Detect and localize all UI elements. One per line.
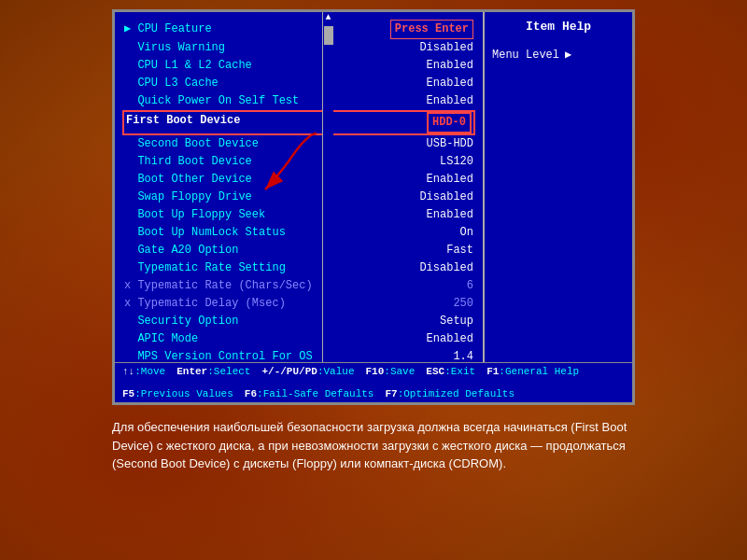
second-boot-device-value: USB-HDD (427, 135, 473, 153)
table-row[interactable]: Boot Up NumLock Status On (124, 224, 473, 242)
row-value: 1.4 (453, 348, 473, 366)
table-row[interactable]: CPU L3 Cache Enabled (124, 75, 473, 92)
table-row[interactable]: Swap Floppy Drive Disabled (124, 189, 473, 206)
row-label: x Typematic Rate (Chars/Sec) (124, 277, 313, 295)
row-value: Enabled (427, 171, 473, 189)
row-value: 250 (453, 295, 473, 313)
menu-level-arrow-icon: ▶ (565, 48, 571, 62)
footer-f5: F5:Previous Values (122, 388, 233, 399)
table-row[interactable]: Quick Power On Self Test Enabled (124, 92, 473, 110)
row-label: Third Boot Device (124, 153, 252, 171)
row-value: Disabled (419, 189, 473, 206)
table-row[interactable]: APIC Mode Enabled (124, 330, 473, 348)
scrollbar[interactable]: ▲ (322, 12, 333, 362)
table-row[interactable]: CPU L1 & L2 Cache Enabled (124, 57, 473, 75)
footer-f7: F7:Optimized Defaults (385, 388, 514, 399)
bios-screen: ▶ CPU Feature Press Enter Virus Warning … (112, 9, 635, 405)
row-value: Enabled (427, 57, 473, 75)
row-label: ▶ CPU Feature (124, 20, 212, 39)
row-label: Gate A20 Option (124, 242, 238, 259)
row-value: Enabled (427, 206, 473, 224)
table-row[interactable]: Boot Other Device Enabled (124, 171, 473, 189)
row-label: Typematic Rate Setting (124, 259, 286, 277)
footer-f10: F10:Save (365, 366, 415, 377)
first-boot-device-label: First Boot Device (126, 112, 240, 133)
menu-level: Menu Level ▶ (492, 48, 625, 62)
bios-main-panel: ▶ CPU Feature Press Enter Virus Warning … (115, 12, 483, 362)
footer-f1: F1:General Help (486, 366, 579, 377)
table-row[interactable]: Gate A20 Option Fast (124, 242, 473, 259)
table-row[interactable]: Boot Up Floppy Seek Enabled (124, 206, 473, 224)
row-label: Swap Floppy Drive (124, 189, 252, 206)
row-label: CPU L3 Cache (124, 75, 218, 92)
description-content: Для обеспечения наибольшей безопасности … (112, 420, 627, 470)
scroll-up-button[interactable]: ▲ (325, 12, 331, 22)
table-row[interactable]: Third Boot Device LS120 (124, 153, 473, 171)
table-row[interactable]: MPS Version Control For OS 1.4 (124, 348, 473, 366)
footer-value: +/-/PU/PD:Value (261, 366, 354, 377)
footer-f6: F6:Fail-Safe Defaults (245, 388, 374, 399)
table-row[interactable]: Typematic Rate Setting Disabled (124, 259, 473, 277)
item-help-title: Item Help (492, 20, 625, 34)
scroll-thumb[interactable] (324, 26, 333, 45)
bios-footer: ↑↓:Move Enter:Select +/-/PU/PD:Value F10… (115, 362, 632, 402)
table-row[interactable]: Second Boot Device USB-HDD (124, 135, 473, 153)
row-value: LS120 (440, 153, 473, 171)
row-value: Fast (446, 242, 473, 259)
row-value: Enabled (427, 75, 473, 92)
item-help-panel: Item Help Menu Level ▶ (483, 12, 632, 362)
first-boot-device-row[interactable]: First Boot Device HDD-0 (122, 110, 475, 135)
main-container: ▶ CPU Feature Press Enter Virus Warning … (56, 9, 691, 473)
row-value: Disabled (419, 259, 473, 277)
row-value: 6 (467, 277, 473, 295)
footer-esc: ESC:Exit (426, 366, 475, 377)
row-value: Press Enter (390, 20, 473, 39)
row-value: On (460, 224, 473, 242)
table-row[interactable]: Security Option Setup (124, 313, 473, 330)
table-row[interactable]: x Typematic Delay (Msec) 250 (124, 295, 473, 313)
row-label: MPS Version Control For OS (124, 348, 313, 366)
row-label: Boot Up NumLock Status (124, 224, 286, 242)
boot-other-device-label: Boot Other Device (124, 171, 252, 189)
footer-move: ↑↓:Move (122, 366, 165, 377)
row-value: Enabled (427, 92, 473, 110)
second-boot-device-label: Second Boot Device (124, 135, 259, 153)
row-value: Disabled (419, 39, 473, 57)
table-row[interactable]: Virus Warning Disabled (124, 39, 473, 57)
description-text: Для обеспечения наибольшей безопасности … (112, 418, 635, 473)
row-value: Setup (440, 313, 473, 330)
row-label: Quick Power On Self Test (124, 92, 299, 110)
row-label: x Typematic Delay (Msec) (124, 295, 286, 313)
menu-level-label: Menu Level (492, 49, 559, 62)
row-label: CPU L1 & L2 Cache (124, 57, 252, 75)
row-value: Enabled (427, 330, 473, 348)
row-label: Boot Up Floppy Seek (124, 206, 265, 224)
table-row[interactable]: x Typematic Rate (Chars/Sec) 6 (124, 277, 473, 295)
row-label: APIC Mode (124, 330, 198, 348)
first-boot-device-value: HDD-0 (427, 112, 472, 133)
row-label: Virus Warning (124, 39, 225, 57)
table-row[interactable]: ▶ CPU Feature Press Enter (124, 20, 473, 39)
row-label: Security Option (124, 313, 238, 330)
footer-enter: Enter:Select (176, 366, 250, 377)
